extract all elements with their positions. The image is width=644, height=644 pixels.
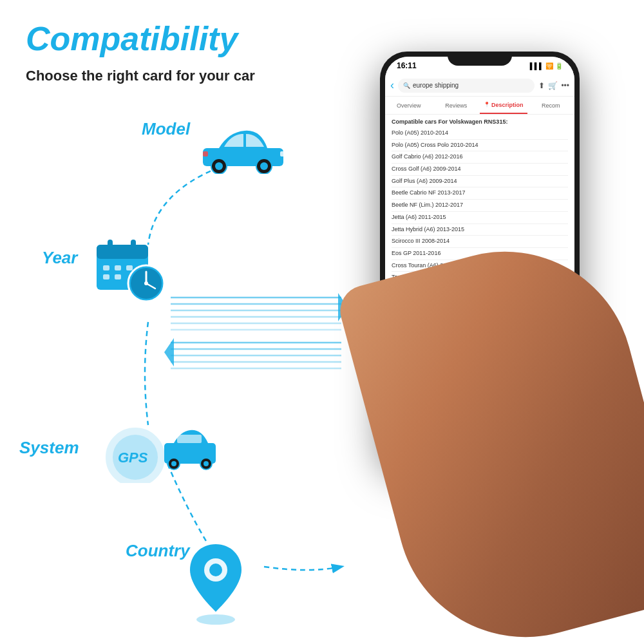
search-box[interactable]: 🔍 europe shipping [398,79,535,93]
location-pin-icon [187,541,245,627]
nav-icons: ⬆ 🛒 ••• [538,81,569,90]
svg-point-45 [196,614,235,625]
svg-rect-42 [177,435,202,443]
svg-text:GPS: GPS [118,450,148,466]
calendar-clock-icon [93,232,171,312]
svg-point-17 [260,162,268,170]
gps-car-icon: GPS [100,425,229,486]
battery-icon: 🔋 [555,62,563,70]
page-title: Compatibility [26,19,238,58]
list-item[interactable]: Jetta Hybrid (A6) 2013-2015 [392,224,568,236]
svg-point-39 [171,461,176,466]
more-icon[interactable]: ••• [561,81,569,90]
tab-dot: 📍 [484,102,490,108]
svg-marker-12 [164,338,174,366]
list-item[interactable]: Jetta (A6) 2011-2015 [392,212,568,224]
list-item[interactable]: Polo (A05) 2010-2014 [392,128,568,140]
list-item[interactable]: Beetle Cabrio NF 2013-2017 [392,187,568,200]
year-label: Year [42,248,77,268]
search-icon: 🔍 [403,82,410,89]
svg-rect-18 [280,151,287,156]
svg-rect-26 [126,265,133,270]
tab-reviews[interactable]: Reviews [433,97,480,114]
list-item[interactable]: Golf Cabrio (A6) 2012-2016 [392,151,568,164]
svg-point-15 [215,162,223,170]
svg-point-33 [144,281,148,285]
country-label: Country [126,541,190,561]
svg-rect-19 [203,151,208,156]
hand-background [335,223,644,644]
car-list-header: Compatible cars For Volskwagen RNS315: [392,118,568,125]
list-item[interactable]: Beetle NF (Lim.) 2012-2017 [392,200,568,212]
svg-rect-22 [108,240,113,250]
phone-notch [448,52,512,66]
list-item[interactable]: Golf Plus (A6) 2009-2014 [392,176,568,188]
svg-rect-25 [115,265,121,270]
back-button[interactable]: ‹ [390,79,394,92]
list-item[interactable]: Cross Golf (A6) 2009-2014 [392,164,568,176]
system-label: System [19,438,79,458]
svg-point-41 [204,461,209,466]
list-item[interactable]: Scirocco III 2008-2014 [392,236,568,248]
tab-recom[interactable]: Recom [527,97,575,114]
page-subtitle: Choose the right card for your car [26,68,255,84]
tab-description[interactable]: 📍 Description [480,97,527,114]
svg-point-44 [209,564,222,576]
tabs-bar: Overview Reviews 📍 Description Recom [385,97,574,115]
tab-overview[interactable]: Overview [385,97,433,114]
car-icon [200,126,290,176]
model-label: Model [142,119,190,139]
wifi-icon: 🛜 [545,62,553,70]
svg-rect-24 [103,265,109,270]
svg-rect-23 [131,240,136,250]
left-panel: Compatibility Choose the right card for … [0,0,374,644]
status-icons: ▌▌▌ 🛜 🔋 [530,62,563,70]
list-item[interactable]: Polo (A05) Cross Polo 2010-2014 [392,140,568,152]
svg-rect-28 [115,274,121,279]
share-icon[interactable]: ⬆ [538,81,545,90]
status-time: 16:11 [397,61,417,70]
svg-rect-21 [97,245,148,259]
nav-bar[interactable]: ‹ 🔍 europe shipping ⬆ 🛒 ••• [385,75,574,97]
signal-icon: ▌▌▌ [530,62,544,70]
svg-rect-27 [103,274,109,279]
cart-icon[interactable]: 🛒 [548,81,558,90]
search-text: europe shipping [413,82,459,89]
phone-container: 16:11 ▌▌▌ 🛜 🔋 ‹ 🔍 europe shipping ⬆ 🛒 ••… [348,32,644,625]
